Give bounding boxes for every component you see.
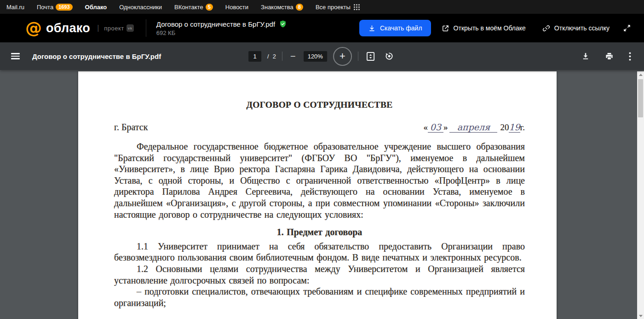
open-in-my-cloud-label: Открыть в моём Облаке bbox=[454, 24, 526, 32]
toolbar-divider bbox=[358, 52, 358, 61]
mailru-top-nav: Mail.ru Почта1693 Облако Одноклассники В… bbox=[0, 0, 644, 14]
download-filled-icon bbox=[581, 52, 590, 60]
disable-link-button[interactable]: Отключить ссылку bbox=[536, 20, 615, 36]
disable-link-label: Отключить ссылку bbox=[554, 24, 610, 32]
pdf-page-1: ДОГОВОР О СОТРУДНИЧЕСТВЕ г. Братск «03»а… bbox=[78, 71, 557, 319]
city-date-row: г. Братск «03»апреля2019г. bbox=[114, 122, 525, 133]
date-suffix: г. bbox=[520, 122, 525, 132]
header-actions: Скачать файл Открыть в моём Облаке Отклю… bbox=[359, 20, 634, 36]
scrollbar-thumb[interactable] bbox=[638, 79, 643, 117]
date-day-handwritten: 03 bbox=[428, 122, 443, 133]
fit-page-icon bbox=[366, 52, 375, 61]
topnav-all-projects[interactable]: Все проекты bbox=[316, 4, 360, 11]
date-close-quote: » bbox=[443, 122, 448, 132]
expand-arrows-icon bbox=[623, 24, 631, 32]
topnav-mailru[interactable]: Mail.ru bbox=[6, 4, 24, 11]
cloud-header: @ облако | проект vk Договор о сотруднич… bbox=[0, 14, 644, 42]
open-in-my-cloud-button[interactable]: Открыть в моём Облаке bbox=[436, 20, 532, 36]
printer-icon bbox=[605, 52, 614, 61]
file-info: Договор о сотрудничестве в БрГУ.pdf 692 … bbox=[156, 20, 287, 36]
page-separator: / bbox=[267, 53, 269, 60]
rotate-counterclockwise-icon bbox=[385, 52, 394, 61]
page-number-input[interactable] bbox=[248, 51, 261, 62]
rotate-ccw-button[interactable] bbox=[383, 50, 396, 63]
logo-separator: | bbox=[97, 24, 99, 32]
topnav-label: ВКонтакте bbox=[174, 4, 203, 11]
zoom-out-button[interactable]: − bbox=[288, 51, 298, 62]
total-pages: 2 bbox=[273, 53, 276, 60]
zoom-in-button[interactable]: + bbox=[333, 47, 352, 66]
header-divider bbox=[146, 19, 146, 37]
topnav-odnoklassniki[interactable]: Одноклассники bbox=[119, 4, 162, 11]
vk-logo-icon: vk bbox=[126, 24, 134, 32]
page-count: / 2 bbox=[267, 53, 276, 60]
document-title: ДОГОВОР О СОТРУДНИЧЕСТВЕ bbox=[114, 100, 525, 110]
section-heading-1: 1. Предмет договора bbox=[114, 226, 525, 238]
fullscreen-button[interactable] bbox=[620, 21, 634, 35]
topnav-label: Все проекты bbox=[316, 4, 351, 11]
download-file-button[interactable]: Скачать файл bbox=[359, 20, 431, 36]
topnav-label: Облако bbox=[85, 4, 107, 11]
paragraph-1-1: 1.1 Университет принимает на себя обязат… bbox=[114, 241, 525, 263]
all-projects-grid-icon bbox=[354, 4, 360, 10]
pdf-toolbar: Договор о сотрудничестве в БрГУ.pdf / 2 … bbox=[0, 42, 644, 70]
date-open-quote: « bbox=[423, 122, 428, 132]
dating-count-badge: 8 bbox=[296, 4, 303, 11]
download-icon bbox=[368, 24, 376, 32]
unlink-icon bbox=[542, 24, 550, 32]
open-external-icon bbox=[442, 24, 449, 32]
pdf-title: Договор о сотрудничестве в БрГУ.pdf bbox=[32, 52, 161, 60]
cloud-logo[interactable]: @ облако | проект vk bbox=[25, 20, 134, 36]
fit-to-page-button[interactable] bbox=[364, 50, 377, 63]
pdf-page-controls: / 2 − 120% + bbox=[248, 47, 396, 66]
topnav-vkontakte[interactable]: ВКонтакте5 bbox=[174, 4, 213, 11]
topnav-news[interactable]: Новости bbox=[225, 4, 248, 11]
paragraph-1-2: 1.2 Основными целями сотрудничества межд… bbox=[114, 263, 525, 286]
topnav-mail[interactable]: Почта1693 bbox=[37, 4, 73, 11]
topnav-cloud[interactable]: Облако bbox=[85, 4, 107, 11]
more-options-button[interactable] bbox=[627, 50, 633, 63]
paragraph-preamble: Федеральное государственное бюджетное об… bbox=[114, 141, 525, 220]
topnav-label: Знакомства bbox=[261, 4, 293, 11]
date-year-printed: 20 bbox=[500, 122, 509, 132]
menu-hamburger-icon[interactable] bbox=[11, 53, 20, 59]
virus-checked-shield-icon bbox=[279, 20, 287, 28]
mail-count-badge: 1693 bbox=[56, 4, 72, 11]
mailru-at-icon: @ bbox=[25, 20, 42, 36]
logo-project-text: проект bbox=[104, 25, 124, 32]
scrollbar-down-arrow[interactable] bbox=[637, 313, 644, 319]
scrollbar-up-arrow[interactable] bbox=[637, 71, 644, 78]
topnav-label: Почта bbox=[37, 4, 53, 11]
document-content: ДОГОВОР О СОТРУДНИЧЕСТВЕ г. Братск «03»а… bbox=[78, 71, 557, 308]
viewer-scrollbar[interactable] bbox=[637, 71, 644, 319]
logo-project-label: проект vk bbox=[104, 24, 134, 32]
logo-word: облако bbox=[46, 21, 90, 35]
download-file-label: Скачать файл bbox=[380, 24, 422, 32]
file-size: 692 КБ bbox=[156, 29, 287, 36]
toolbar-divider bbox=[282, 52, 282, 61]
pdf-download-button[interactable] bbox=[580, 50, 592, 62]
document-body: Федеральное государственное бюджетное об… bbox=[114, 141, 525, 308]
paragraph-bullet: – подготовки специалистов, отвечающих тр… bbox=[114, 286, 525, 308]
topnav-dating[interactable]: Знакомства8 bbox=[261, 4, 303, 11]
print-button[interactable] bbox=[603, 50, 615, 63]
pdf-viewer-area: ДОГОВОР О СОТРУДНИЧЕСТВЕ г. Братск «03»а… bbox=[0, 70, 644, 319]
topnav-label: Mail.ru bbox=[6, 4, 24, 11]
document-date: «03»апреля2019г. bbox=[423, 122, 525, 133]
vk-count-badge: 5 bbox=[206, 4, 213, 11]
pdf-toolbar-right bbox=[580, 50, 633, 63]
date-year-handwritten: 19 bbox=[509, 122, 520, 133]
plus-icon: + bbox=[339, 52, 345, 60]
topnav-label: Одноклассники bbox=[119, 4, 162, 11]
date-month-handwritten: апреля bbox=[449, 122, 497, 133]
document-city: г. Братск bbox=[114, 122, 148, 133]
file-name: Договор о сотрудничестве в БрГУ.pdf bbox=[156, 20, 275, 28]
zoom-level: 120% bbox=[304, 51, 327, 62]
kebab-menu-icon bbox=[629, 52, 631, 61]
topnav-label: Новости bbox=[225, 4, 248, 11]
